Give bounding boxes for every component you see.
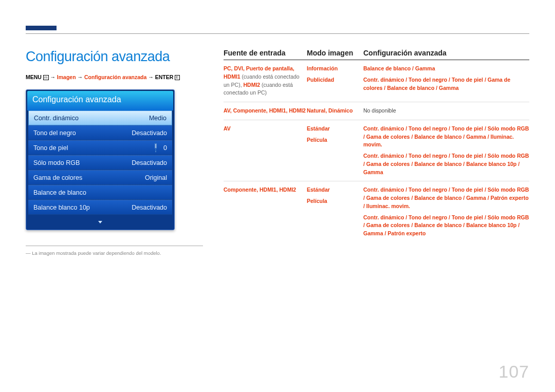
cell-mode: Natural, Dinámico	[307, 107, 363, 115]
cell-source: Componente, HDMI1, HDMI2	[224, 186, 307, 238]
breadcrumb-enter: ENTER	[155, 74, 174, 80]
slider[interactable]	[155, 144, 156, 152]
table-row: PC, DVI, Puerto de pantalla, HDMI1 (cuan…	[224, 60, 529, 102]
osd-row-value: Desactivado	[132, 129, 167, 137]
table-row: AV, Componente, HDMI1, HDMI2Natural, Din…	[224, 102, 529, 120]
osd-row[interactable]: Sólo modo RGBDesactivado	[28, 155, 172, 170]
header-rule	[26, 33, 529, 34]
osd-row[interactable]: Balance blanco 10pDesactivado	[28, 200, 172, 215]
osd-row-label: Gama de colores	[33, 174, 82, 181]
osd-row-value: Desactivado	[132, 204, 167, 211]
table-row: AVEstándarPelículaContr. dinámico / Tono…	[224, 120, 529, 182]
page-title: Configuración avanzada	[26, 49, 203, 65]
breadcrumb-menu: MENU	[26, 74, 42, 80]
th-mode: Modo imagen	[307, 49, 363, 57]
osd-row-label: Sólo modo RGB	[33, 159, 80, 166]
note-divider	[26, 246, 203, 246]
osd-title: Configuración avanzada	[27, 91, 173, 110]
page-number: 107	[498, 362, 529, 382]
cell-source: AV, Componente, HDMI1, HDMI2	[224, 107, 307, 115]
th-advanced: Configuración avanzada	[363, 49, 529, 57]
osd-row-value: Desactivado	[132, 159, 167, 166]
osd-row[interactable]: Tono de piel 0	[28, 140, 172, 155]
osd-row-label: Balance blanco 10p	[33, 204, 90, 211]
cell-source: PC, DVI, Puerto de pantalla, HDMI1 (cuan…	[224, 65, 307, 97]
menu-icon: m	[43, 75, 49, 80]
breadcrumb: MENU m → Imagen → Configuración avanzada…	[26, 74, 203, 80]
cell-advanced: Contr. dinámico / Tono del negro / Tono …	[363, 186, 529, 238]
breadcrumb-config: Configuración avanzada	[84, 74, 146, 80]
osd-row-label: Contr. dinámico	[34, 115, 79, 122]
table-row: Componente, HDMI1, HDMI2EstándarPelícula…	[224, 181, 529, 242]
breadcrumb-arrow: →	[50, 74, 57, 80]
osd-row-value: Original	[145, 174, 167, 181]
enter-icon: E	[175, 75, 179, 80]
osd-panel: Configuración avanzada Contr. dinámicoMe…	[26, 89, 175, 230]
cell-source: AV	[224, 125, 307, 177]
breadcrumb-imagen: Imagen	[57, 74, 76, 80]
header-tab	[26, 26, 57, 30]
cell-advanced: No disponible	[363, 107, 529, 115]
osd-scroll-indicator	[27, 215, 173, 229]
osd-row-label: Tono del negro	[33, 129, 76, 137]
cell-mode: InformaciónPublicidad	[307, 65, 363, 97]
osd-row[interactable]: Balance de blanco	[28, 185, 172, 200]
osd-row[interactable]: Contr. dinámicoMedio	[28, 110, 172, 125]
cell-advanced: Balance de blanco / GammaContr. dinámico…	[363, 65, 529, 97]
osd-row-label: Tono de piel	[33, 144, 68, 152]
osd-row[interactable]: Tono del negroDesactivado	[28, 125, 172, 140]
th-source: Fuente de entrada	[224, 49, 307, 57]
breadcrumb-arrow: →	[78, 74, 84, 80]
cell-mode: EstándarPelícula	[307, 125, 363, 177]
cell-advanced: Contr. dinámico / Tono del negro / Tono …	[363, 125, 529, 177]
chevron-down-icon	[98, 221, 102, 223]
model-note: ― La imagen mostrada puede variar depend…	[26, 250, 203, 256]
cell-mode: EstándarPelícula	[307, 186, 363, 238]
table-header: Fuente de entrada Modo imagen Configurac…	[224, 49, 529, 60]
osd-row[interactable]: Gama de coloresOriginal	[28, 170, 172, 185]
osd-row-label: Balance de blanco	[33, 189, 86, 196]
osd-row-value: 0	[155, 144, 167, 152]
breadcrumb-arrow: →	[148, 74, 155, 80]
osd-row-value: Medio	[149, 115, 166, 122]
